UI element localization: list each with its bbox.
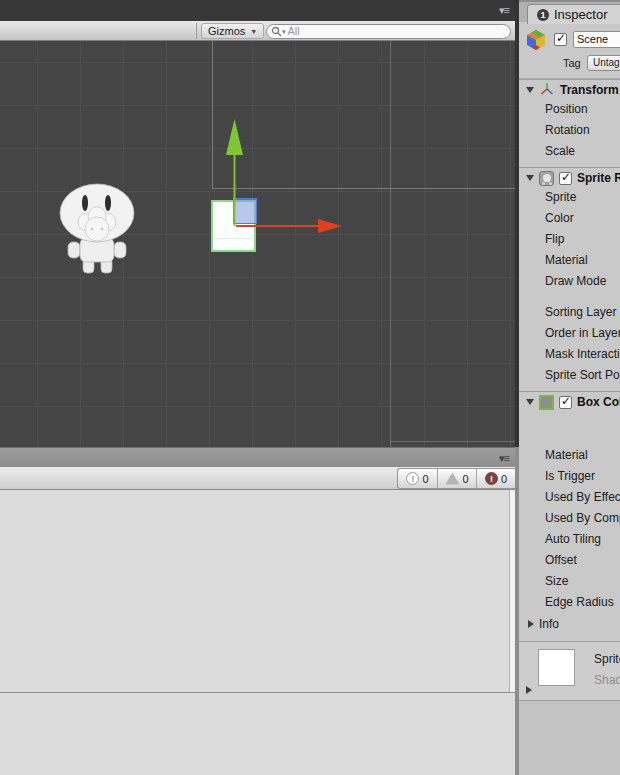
sprite-renderer-rows: Sprite Color Flip Material Draw Mode xyxy=(519,187,620,292)
checkmark-icon: ✓ xyxy=(561,170,571,184)
property-row-size: Size xyxy=(519,571,620,592)
inspector-tab[interactable]: 1 Inspector xyxy=(527,4,620,24)
scene-tab-strip: ▾≡ xyxy=(0,0,515,21)
scene-canvas[interactable] xyxy=(0,41,515,447)
tag-row: Tag Untagged xyxy=(519,55,620,73)
foldout-triangle-icon[interactable] xyxy=(526,399,534,405)
warning-count-toggle[interactable]: 0 xyxy=(437,469,476,488)
property-row-sorting-layer: Sorting Layer xyxy=(519,302,620,323)
info-count-toggle[interactable]: ! 0 xyxy=(398,469,437,488)
checkmark-icon: ✓ xyxy=(561,394,571,408)
console-splitter[interactable] xyxy=(0,692,515,693)
property-row-flip: Flip xyxy=(519,229,620,250)
console-pane: ▾≡ ! 0 0 ! 0 xyxy=(0,447,515,775)
console-panel-menu-icon[interactable]: ▾≡ xyxy=(499,451,509,465)
property-row-used-by-composite: Used By Composite xyxy=(519,508,620,529)
search-filter-chevron-icon[interactable]: ▾ xyxy=(282,28,286,36)
checkmark-icon: ✓ xyxy=(556,31,566,45)
foldout-triangle-icon[interactable] xyxy=(526,87,534,93)
material-name: Sprites-Default xyxy=(594,652,620,666)
property-row-position: Position xyxy=(519,99,620,120)
property-row-edge-radius: Edge Radius xyxy=(519,592,620,613)
inspector-title: Inspector xyxy=(554,7,607,22)
error-circle-icon: ! xyxy=(485,472,498,485)
inspector-tab-bar: 1 Inspector xyxy=(519,0,620,22)
info-label: Info xyxy=(539,617,559,631)
transform-rows: Position Rotation Scale xyxy=(519,99,620,162)
box-collider-label: Box Collider 2D xyxy=(577,395,620,409)
grid-major-line-horizontal-2 xyxy=(390,441,515,442)
gameobject-header: ✓ Scene Tag Untagged xyxy=(519,22,620,79)
tag-dropdown[interactable]: Untagged xyxy=(587,55,620,71)
sprite-renderer-header[interactable]: ✓ Sprite Renderer xyxy=(519,167,620,188)
grid-major-line-vertical xyxy=(212,41,213,188)
info-bubble-icon: ! xyxy=(406,472,419,485)
gizmos-label: Gizmos xyxy=(208,25,245,37)
sprite-renderer-icon xyxy=(539,171,554,186)
box-collider-rows: Material Is Trigger Used By Effector Use… xyxy=(519,445,620,613)
scene-view-pane: ▾≡ Gizmos ▼ ▾ All xyxy=(0,0,515,447)
warning-triangle-icon xyxy=(445,473,459,485)
gameobject-active-checkbox[interactable]: ✓ xyxy=(554,33,567,46)
transform-icon xyxy=(539,81,555,100)
foldout-triangle-icon[interactable] xyxy=(526,175,534,181)
property-row-material: Material xyxy=(519,250,620,271)
inspector-empty-area xyxy=(519,700,620,775)
grid-major-line-vertical-2 xyxy=(390,41,391,447)
gameobject-name-field[interactable]: Scene xyxy=(573,31,620,48)
property-row-mask-interaction: Mask Interaction xyxy=(519,344,620,365)
property-row-material: Material xyxy=(519,445,620,466)
foldout-collapsed-triangle-icon[interactable] xyxy=(528,620,534,628)
sprite-renderer-enabled-checkbox[interactable]: ✓ xyxy=(559,172,572,185)
material-expand-triangle-icon[interactable] xyxy=(526,686,532,694)
inspector-panel: 1 Inspector ✓ Scene xyxy=(519,0,620,775)
console-log-area[interactable] xyxy=(0,490,515,775)
character-sprite[interactable] xyxy=(56,180,140,275)
property-row-scale: Scale xyxy=(519,141,620,162)
scene-toolbar: Gizmos ▼ ▾ All xyxy=(0,21,515,41)
info-foldout[interactable]: Info xyxy=(519,613,620,634)
property-row-is-trigger: Is Trigger xyxy=(519,466,620,487)
material-shader-label: Shader xyxy=(594,673,620,687)
material-thumbnail[interactable] xyxy=(538,649,575,686)
property-row-sprite: Sprite xyxy=(519,187,620,208)
transform-label: Transform xyxy=(560,83,619,97)
material-preview-strip: Sprites-Default Shader xyxy=(519,641,620,700)
toolbar-separator xyxy=(196,23,197,39)
box-collider-icon xyxy=(539,395,554,410)
error-count: 0 xyxy=(501,473,507,485)
grid-major-line-horizontal xyxy=(212,188,515,189)
box-collider-header[interactable]: ✓ Box Collider 2D xyxy=(519,391,620,412)
gameobject-cube-icon xyxy=(524,28,548,55)
property-row-offset: Offset xyxy=(519,550,620,571)
property-row-used-by-effector: Used By Effector xyxy=(519,487,620,508)
scene-search-input[interactable]: ▾ All xyxy=(266,24,511,39)
gizmo-xy-plane-handle[interactable] xyxy=(233,198,257,224)
chevron-down-icon: ▼ xyxy=(250,28,257,35)
gizmo-x-axis-arrowhead xyxy=(318,219,342,233)
transform-header[interactable]: Transform xyxy=(519,79,620,100)
console-tab-bar: ▾≡ xyxy=(0,447,515,467)
property-row-sprite-sort-point: Sprite Sort Point xyxy=(519,365,620,386)
sprite-renderer-label: Sprite Renderer xyxy=(577,171,620,185)
gameobject-name-row: ✓ Scene xyxy=(519,28,620,52)
scene-panel-menu-icon[interactable]: ▾≡ xyxy=(499,3,509,17)
property-row-auto-tiling: Auto Tiling xyxy=(519,529,620,550)
gizmos-dropdown-button[interactable]: Gizmos ▼ xyxy=(201,23,264,39)
box-collider-enabled-checkbox[interactable]: ✓ xyxy=(559,396,572,409)
search-placeholder: All xyxy=(288,25,300,38)
property-row-rotation: Rotation xyxy=(519,120,620,141)
error-count-toggle[interactable]: ! 0 xyxy=(476,469,515,488)
property-row-order-in-layer: Order in Layer xyxy=(519,323,620,344)
property-row-draw-mode: Draw Mode xyxy=(519,271,620,292)
info-count: 0 xyxy=(422,473,428,485)
tag-label: Tag xyxy=(563,57,581,69)
console-toolbar: ! 0 0 ! 0 xyxy=(0,467,515,490)
console-count-buttons: ! 0 0 ! 0 xyxy=(397,468,515,489)
sprite-detail-line xyxy=(214,238,253,239)
property-row-color: Color xyxy=(519,208,620,229)
sprite-renderer-sorting-rows: Sorting Layer Order in Layer Mask Intera… xyxy=(519,302,620,386)
inspector-badge-icon: 1 xyxy=(537,9,549,21)
search-icon xyxy=(271,26,282,37)
gizmo-y-axis-arrowhead xyxy=(226,119,243,155)
